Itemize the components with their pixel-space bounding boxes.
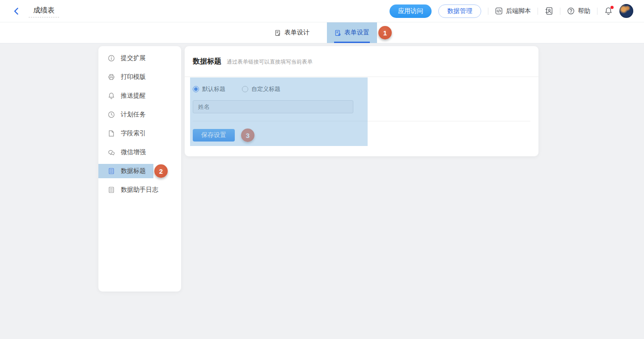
wechat-icon <box>108 149 115 156</box>
file-icon <box>108 130 115 137</box>
bell-icon <box>108 92 115 99</box>
annotation-badge-3: 3 <box>241 129 254 142</box>
sidebar-item-scheduled-tasks[interactable]: 计划任务 <box>98 105 181 124</box>
save-settings-button[interactable]: 保存设置 <box>193 129 235 142</box>
sidebar-item-submit-extension[interactable]: 提交扩展 <box>98 49 181 68</box>
divider <box>193 121 530 121</box>
tab-label: 表单设置 <box>344 29 369 37</box>
doc-list-icon <box>108 186 115 193</box>
tab-label: 表单设计 <box>284 29 309 37</box>
sidebar-item-label: 推送提醒 <box>121 92 146 100</box>
avatar[interactable] <box>619 4 633 18</box>
notifications-button[interactable] <box>604 7 613 15</box>
sidebar-item-field-index[interactable]: 字段索引 <box>98 124 181 143</box>
radio-default-title[interactable]: 默认标题 <box>193 85 225 93</box>
sidebar-item-label: 字段索引 <box>121 129 146 137</box>
contacts-icon <box>545 7 553 15</box>
header-actions: 应用访问 数据管理 后端脚本 帮助 <box>390 4 633 18</box>
sidebar-item-label: 数据助手日志 <box>121 186 158 194</box>
form-design-icon <box>275 30 281 36</box>
divider <box>488 8 488 15</box>
chevron-left-icon <box>13 7 21 15</box>
app-header: 成绩表 应用访问 数据管理 后端脚本 <box>0 0 644 22</box>
title-mode-radio-group: 默认标题 自定义标题 <box>193 85 530 93</box>
sidebar-item-push-reminder[interactable]: 推送提醒 <box>98 86 181 105</box>
doc-list-icon <box>108 167 115 175</box>
question-circle-icon <box>567 7 575 15</box>
clock-icon <box>108 111 115 118</box>
panel-body: 默认标题 自定义标题 保存设置 3 <box>185 85 538 142</box>
annotation-badge-1: 1 <box>378 26 392 39</box>
backend-script-button[interactable]: 后端脚本 <box>495 7 531 15</box>
divider <box>560 8 560 15</box>
contacts-button[interactable] <box>545 7 553 15</box>
data-management-button[interactable]: 数据管理 <box>438 4 481 18</box>
sidebar-item-label: 微信增强 <box>121 148 146 156</box>
sidebar-item-wechat-enhancement[interactable]: 微信增强 <box>98 143 181 162</box>
settings-sidebar: 提交扩展 打印模版 推送提醒 计划任务 字段索引 <box>98 46 181 292</box>
radio-checked-icon[interactable] <box>193 86 199 92</box>
back-button[interactable] <box>12 6 21 16</box>
divider <box>538 8 538 15</box>
sidebar-item-label: 数据标题 <box>121 167 146 175</box>
help-button[interactable]: 帮助 <box>567 7 590 15</box>
tab-form-settings[interactable]: 表单设置 1 <box>327 22 377 43</box>
help-label: 帮助 <box>578 7 590 15</box>
annotation-badge-2: 2 <box>154 164 168 178</box>
data-title-panel: 数据标题 通过表单链接可以直接填写当前表单 默认标题 自定义标题 保存设置 3 <box>185 46 538 156</box>
tab-bar: 表单设计 表单设置 1 <box>0 22 644 43</box>
sidebar-item-label: 打印模版 <box>121 73 146 81</box>
panel-title: 数据标题 <box>193 57 221 66</box>
app-access-button[interactable]: 应用访问 <box>390 4 432 18</box>
save-row: 保存设置 3 <box>193 129 530 142</box>
panel-header: 数据标题 通过表单链接可以直接填写当前表单 <box>185 46 538 77</box>
sidebar-item-data-assistant-log[interactable]: 数据助手日志 <box>98 180 181 199</box>
sidebar-item-data-title[interactable]: 数据标题 2 <box>98 162 181 180</box>
radio-label: 自定义标题 <box>251 85 280 93</box>
radio-unchecked-icon[interactable] <box>242 86 248 92</box>
sidebar-item-label: 计划任务 <box>121 111 146 119</box>
sidebar-item-print-template[interactable]: 打印模版 <box>98 68 181 86</box>
radio-label: 默认标题 <box>202 85 225 93</box>
form-settings-icon <box>335 30 341 36</box>
backend-script-label: 后端脚本 <box>506 7 531 15</box>
code-icon <box>495 7 503 15</box>
tab-form-design[interactable]: 表单设计 <box>267 22 317 43</box>
data-title-field-input[interactable] <box>193 100 353 113</box>
info-icon <box>108 55 115 62</box>
printer-icon <box>108 73 115 81</box>
sidebar-item-label: 提交扩展 <box>121 54 146 62</box>
page-title[interactable]: 成绩表 <box>29 4 59 17</box>
panel-subtitle: 通过表单链接可以直接填写当前表单 <box>227 57 313 66</box>
notification-dot <box>610 6 614 9</box>
radio-custom-title[interactable]: 自定义标题 <box>242 85 280 93</box>
divider <box>597 8 597 15</box>
